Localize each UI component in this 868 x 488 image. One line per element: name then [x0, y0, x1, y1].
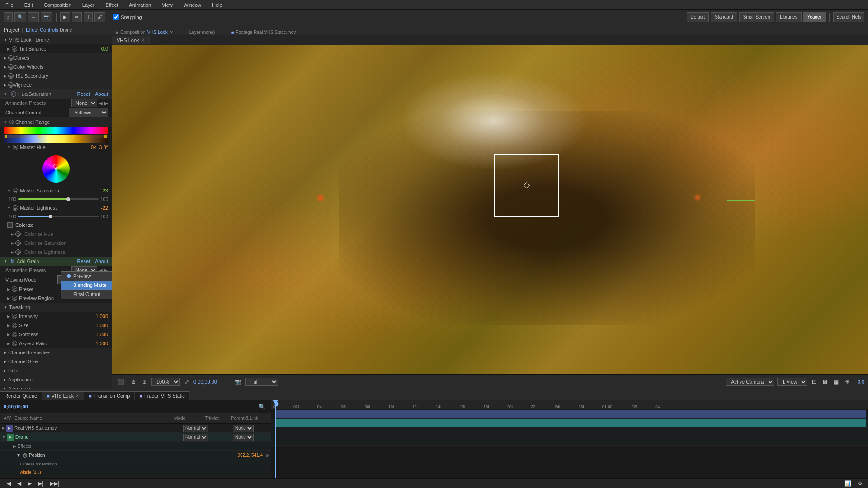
- master-light-expand[interactable]: ▼: [7, 206, 11, 210]
- vignette-header[interactable]: ▶ ◎ Vignette: [0, 80, 112, 89]
- menu-view[interactable]: View: [160, 1, 175, 9]
- timeline-time-display[interactable]: 0;00;00;00: [4, 404, 28, 409]
- layer-2-parent-select[interactable]: None: [233, 434, 254, 441]
- hue-sat-about[interactable]: About: [95, 91, 108, 97]
- hue-saturation-header[interactable]: ▼ fx Hue/Saturation Reset About: [0, 89, 112, 99]
- master-light-slider[interactable]: -100 100: [0, 212, 112, 221]
- popup-preview[interactable]: Preview: [61, 272, 112, 281]
- menu-file[interactable]: File: [4, 1, 15, 9]
- curves-header[interactable]: ▶ ◎ Curves: [0, 53, 112, 62]
- master-light-track[interactable]: [18, 216, 99, 217]
- fit-btn[interactable]: ⤢: [183, 378, 191, 386]
- hsl-secondary-header[interactable]: ▶ ◎ HSL Secondary: [0, 71, 112, 80]
- transparency-btn[interactable]: ▦: [832, 378, 840, 386]
- color-wheel[interactable]: [0, 152, 112, 186]
- hue-sat-reset[interactable]: Reset: [77, 91, 90, 97]
- add-grain-header[interactable]: ▼ fx Add Grain Reset About: [0, 257, 112, 266]
- tl-first-btn[interactable]: |◀: [4, 479, 13, 488]
- hue-wheel[interactable]: [42, 155, 70, 183]
- vhs-look-tab[interactable]: VHS Look ✕: [112, 36, 150, 44]
- channel-size-header[interactable]: ▶ Channel Size: [0, 357, 112, 366]
- channel-range-header[interactable]: ▼ ⬡ Channel Range: [0, 117, 112, 127]
- master-light-thumb[interactable]: [49, 215, 52, 218]
- viewer-options-btn[interactable]: 🖥: [129, 378, 138, 386]
- menu-composition[interactable]: Composition: [42, 1, 73, 9]
- workspace-yeager[interactable]: Yeager: [803, 12, 826, 22]
- snapping-label[interactable]: Snapping: [113, 14, 142, 20]
- add-grain-reset[interactable]: Reset: [77, 258, 90, 264]
- track-1-bar[interactable]: [275, 410, 866, 418]
- tool-move[interactable]: ↔: [28, 12, 39, 22]
- popup-final-output[interactable]: Final Output: [61, 290, 112, 299]
- tl-prev-btn[interactable]: ◀: [15, 479, 23, 488]
- tool-text[interactable]: T: [84, 12, 93, 22]
- channel-dropdown[interactable]: Yellows Master Reds Greens Cyans Blues M…: [69, 108, 108, 117]
- pos-stop-icon[interactable]: ◎: [23, 453, 27, 458]
- vhs-look-header[interactable]: ▼ VHS Look · Drone: [0, 35, 112, 44]
- layer-1-expand[interactable]: ▶: [2, 426, 5, 430]
- colorize-checkbox[interactable]: [7, 222, 13, 228]
- animation-header[interactable]: ▶ Animation: [0, 384, 112, 389]
- fractal-vhs-tab[interactable]: ■ Fractal VHS Static: [135, 391, 190, 400]
- wiggle-expression[interactable]: wiggle (3,5): [20, 470, 41, 474]
- view-layout-select[interactable]: 1 View: [777, 378, 807, 386]
- render-queue-tab[interactable]: Render Queue: [0, 391, 42, 400]
- playhead[interactable]: [275, 400, 276, 478]
- color-wheels-header[interactable]: ▶ ◎ Color Wheels: [0, 62, 112, 71]
- tl-next-btn[interactable]: ▶|: [36, 479, 45, 488]
- channel-intensities-header[interactable]: ▶ Channel Intensities: [0, 348, 112, 357]
- viewport-time[interactable]: 0;00;00;00: [193, 379, 230, 385]
- tool-pen[interactable]: ✏: [72, 12, 82, 22]
- resolution-select[interactable]: Full Half Quarter: [245, 378, 278, 386]
- anim-prev-btn[interactable]: ◀: [99, 101, 103, 106]
- comp-tab-close[interactable]: ✕: [170, 30, 173, 35]
- workspace-libraries[interactable]: Libraries: [776, 12, 801, 22]
- master-sat-slider[interactable]: -100 100: [0, 195, 112, 203]
- track-2-bar[interactable]: [275, 419, 866, 427]
- exposure-btn[interactable]: ☀: [843, 378, 852, 386]
- tool-select[interactable]: ▶: [60, 12, 70, 22]
- master-hue-expand[interactable]: ▼: [7, 145, 11, 150]
- tl-settings-btn[interactable]: ⚙: [856, 479, 864, 488]
- workspace-standard[interactable]: Standard: [711, 12, 737, 22]
- snapshot-btn[interactable]: 📷: [232, 378, 243, 386]
- application-header[interactable]: ▶ Application: [0, 375, 112, 384]
- menu-help[interactable]: Help: [210, 1, 224, 9]
- tool-search[interactable]: 🔍: [14, 12, 26, 22]
- menu-layer[interactable]: Layer: [80, 1, 97, 9]
- tool-brush[interactable]: 🖌: [94, 12, 105, 22]
- tool-home[interactable]: ⌂: [4, 12, 13, 22]
- tl-last-btn[interactable]: ▶▶|: [48, 479, 61, 488]
- transition-comp-tab[interactable]: ■ Transition Comp: [84, 391, 135, 400]
- workspace-small[interactable]: Small Screen: [739, 12, 774, 22]
- master-sat-expand[interactable]: ▼: [7, 189, 11, 193]
- anim-presets-dropdown[interactable]: None: [71, 99, 97, 107]
- camera-select[interactable]: Active Camera: [726, 378, 774, 386]
- popup-blending-matte[interactable]: Blending Matte: [61, 281, 112, 290]
- color-header[interactable]: ▶ Color: [0, 366, 112, 375]
- tool-camera[interactable]: 📷: [41, 12, 52, 22]
- snapping-checkbox[interactable]: [113, 14, 119, 20]
- tweaking-header[interactable]: ▼ Tweaking: [0, 303, 112, 312]
- view-options-btn[interactable]: ⊡: [810, 378, 818, 386]
- menu-window[interactable]: Window: [182, 1, 203, 9]
- project-tab[interactable]: Project: [4, 27, 19, 33]
- play-region-btn[interactable]: ⬛: [116, 378, 126, 386]
- tl-play-btn[interactable]: ▶: [26, 479, 33, 488]
- tl-search-btn[interactable]: 🔍: [257, 403, 267, 411]
- vhs-tl-close[interactable]: ✕: [75, 394, 79, 398]
- comp-options-btn[interactable]: ⊠: [821, 378, 829, 386]
- menu-edit[interactable]: Edit: [23, 1, 35, 9]
- master-sat-track[interactable]: [18, 198, 99, 200]
- search-help-btn[interactable]: Search Help: [833, 12, 864, 22]
- layer-1-parent-select[interactable]: None: [233, 425, 254, 432]
- move-handle[interactable]: [524, 182, 530, 188]
- tint-expand[interactable]: ▶: [7, 47, 10, 51]
- menu-animation[interactable]: Animation: [127, 1, 153, 9]
- anim-next-btn[interactable]: ▶: [104, 101, 108, 106]
- menu-effect[interactable]: Effect: [104, 1, 120, 9]
- add-grain-about[interactable]: About: [95, 258, 108, 264]
- zoom-select[interactable]: 100% 50% 200%: [151, 378, 180, 386]
- vhs-look-timeline-tab[interactable]: ■ VHS Look ✕: [42, 391, 84, 400]
- layer-2-expand[interactable]: ▼: [2, 435, 5, 439]
